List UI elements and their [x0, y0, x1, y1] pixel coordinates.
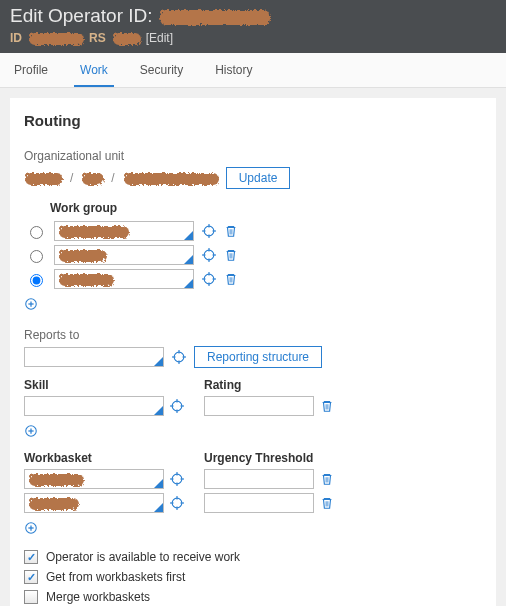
rs-label: RS	[89, 31, 106, 45]
header-subline: ID RS [Edit]	[10, 31, 496, 45]
available-label: Operator is available to receive work	[46, 550, 240, 564]
redacted-operator-id	[159, 9, 269, 24]
workbasket-label: Workbasket	[24, 451, 184, 465]
urgency-input[interactable]	[204, 469, 314, 489]
redacted-org1	[24, 172, 62, 184]
merge-label: Merge workbaskets	[46, 590, 150, 604]
work-group-input[interactable]	[54, 221, 194, 241]
tab-profile[interactable]: Profile	[8, 53, 54, 87]
update-button[interactable]: Update	[226, 167, 291, 189]
crosshair-icon[interactable]	[202, 224, 216, 238]
workbaskets-first-label: Get from workbaskets first	[46, 570, 185, 584]
trash-icon[interactable]	[224, 248, 238, 262]
rating-label: Rating	[204, 378, 334, 392]
skill-input[interactable]	[24, 396, 164, 416]
redacted-org2	[81, 172, 103, 184]
routing-title: Routing	[24, 112, 482, 129]
crosshair-icon[interactable]	[202, 272, 216, 286]
crosshair-icon[interactable]	[172, 350, 186, 364]
redacted-rs-value	[112, 32, 140, 44]
redacted-wg1	[58, 225, 128, 237]
tab-bar: Profile Work Security History	[0, 53, 506, 88]
breadcrumb-sep: /	[70, 171, 73, 185]
work-group-radio[interactable]	[30, 250, 43, 263]
plus-circle-icon[interactable]	[24, 297, 38, 311]
work-group-radio[interactable]	[30, 274, 43, 287]
urgency-label: Urgency Threshold	[204, 451, 334, 465]
edit-link[interactable]: [Edit]	[146, 31, 173, 45]
reporting-structure-button[interactable]: Reporting structure	[194, 346, 322, 368]
trash-icon[interactable]	[320, 399, 334, 413]
reports-to-label: Reports to	[24, 328, 482, 342]
org-unit-label: Organizational unit	[24, 149, 482, 163]
redacted-id-value	[28, 32, 83, 44]
trash-icon[interactable]	[224, 272, 238, 286]
crosshair-icon[interactable]	[170, 399, 184, 413]
trash-icon[interactable]	[320, 496, 334, 510]
org-unit-breadcrumb: / / Update	[24, 167, 482, 189]
crosshair-icon[interactable]	[170, 472, 184, 486]
tab-history[interactable]: History	[209, 53, 258, 87]
work-group-row	[24, 221, 482, 241]
crosshair-icon[interactable]	[170, 496, 184, 510]
plus-circle-icon[interactable]	[24, 521, 38, 535]
work-group-label: Work group	[50, 201, 482, 215]
page-title: Edit Operator ID:	[10, 5, 496, 27]
work-group-row	[24, 269, 482, 289]
redacted-wg3	[58, 273, 113, 285]
tab-security[interactable]: Security	[134, 53, 189, 87]
work-group-row	[24, 245, 482, 265]
title-prefix: Edit Operator ID:	[10, 5, 153, 27]
merge-checkbox[interactable]	[24, 590, 38, 604]
routing-panel: Routing Organizational unit / / Update W…	[10, 98, 496, 606]
work-group-radio[interactable]	[30, 226, 43, 239]
plus-circle-icon[interactable]	[24, 424, 38, 438]
page-header: Edit Operator ID: ID RS [Edit]	[0, 0, 506, 53]
redacted-org3	[123, 172, 218, 184]
trash-icon[interactable]	[224, 224, 238, 238]
breadcrumb-sep: /	[111, 171, 114, 185]
workbasket-input[interactable]	[24, 469, 164, 489]
trash-icon[interactable]	[320, 472, 334, 486]
skill-label: Skill	[24, 378, 184, 392]
workbaskets-first-checkbox[interactable]	[24, 570, 38, 584]
redacted-wg2	[58, 249, 106, 261]
workbasket-input[interactable]	[24, 493, 164, 513]
id-label: ID	[10, 31, 22, 45]
available-checkbox[interactable]	[24, 550, 38, 564]
urgency-input[interactable]	[204, 493, 314, 513]
tab-work[interactable]: Work	[74, 53, 114, 87]
work-group-input[interactable]	[54, 269, 194, 289]
rating-input[interactable]	[204, 396, 314, 416]
crosshair-icon[interactable]	[202, 248, 216, 262]
redacted-wb2	[28, 497, 78, 509]
reports-to-input[interactable]	[24, 347, 164, 367]
work-group-input[interactable]	[54, 245, 194, 265]
redacted-wb1	[28, 473, 83, 485]
